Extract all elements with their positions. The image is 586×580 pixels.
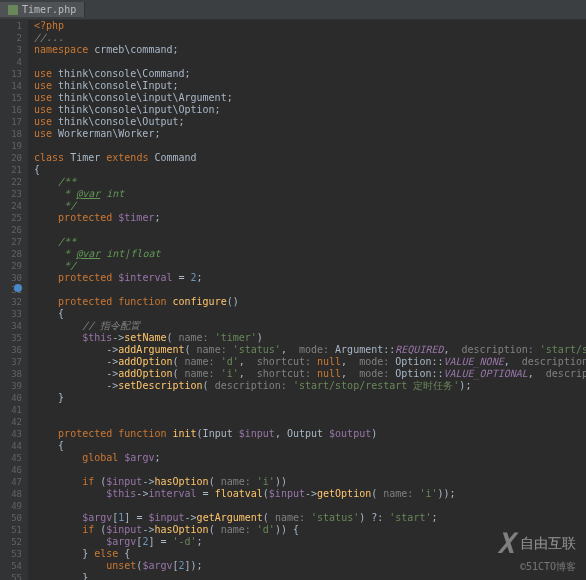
line-number: 38 [0,368,22,380]
line-number: 50 [0,512,22,524]
line-number: 53 [0,548,22,560]
code-line[interactable]: use think\console\Command; [34,68,586,80]
line-number: 19 [0,140,22,152]
file-tab[interactable]: Timer.php [0,2,85,17]
code-line[interactable]: ->addOption( name: 'd', shortcut: null, … [34,356,586,368]
line-number: 40 [0,392,22,404]
line-number: 26 [0,224,22,236]
line-number: 25 [0,212,22,224]
code-line[interactable]: class Timer extends Command [34,152,586,164]
code-editor[interactable]: 1234131415161718192021222324252627282930… [0,20,586,580]
code-line[interactable]: use think\console\Input; [34,80,586,92]
tab-bar: Timer.php [0,0,586,20]
code-line[interactable]: */ [34,200,586,212]
line-number: 2 [0,32,22,44]
line-number: 46 [0,464,22,476]
line-number: 41 [0,404,22,416]
watermark-text: 自由互联 [520,535,576,553]
tab-filename: Timer.php [22,4,76,15]
code-line[interactable]: use think\console\input\Option; [34,104,586,116]
line-number: 48 [0,488,22,500]
line-number: 34 [0,320,22,332]
line-number: 22 [0,176,22,188]
line-number: 43 [0,428,22,440]
line-number: 51 [0,524,22,536]
code-line[interactable]: namespace crmeb\command; [34,44,586,56]
code-line[interactable]: <?php [34,20,586,32]
code-line[interactable]: /** [34,236,586,248]
code-line[interactable]: ->setDescription( description: 'start/st… [34,380,586,392]
line-number: 55 [0,572,22,580]
line-number: 37 [0,356,22,368]
code-line[interactable]: ->addArgument( name: 'status', mode: Arg… [34,344,586,356]
code-line[interactable]: use think\console\input\Argument; [34,92,586,104]
code-line[interactable]: $argv[1] = $input->getArgument( name: 's… [34,512,586,524]
code-line[interactable] [34,464,586,476]
code-line[interactable] [34,404,586,416]
line-number: 15 [0,92,22,104]
line-number: 1 [0,20,22,32]
line-number: 18 [0,128,22,140]
code-line[interactable] [34,140,586,152]
line-number-gutter: 1234131415161718192021222324252627282930… [0,20,28,580]
code-line[interactable] [34,56,586,68]
code-line[interactable]: protected $timer; [34,212,586,224]
code-line[interactable]: unset($argv[2]); [34,560,586,572]
line-number: 35 [0,332,22,344]
watermark-sub: ©51CTO博客 [520,560,576,574]
line-number: 45 [0,452,22,464]
line-number: 16 [0,104,22,116]
breakpoint-marker[interactable] [14,284,22,292]
line-number: 14 [0,80,22,92]
line-number: 30 [0,272,22,284]
code-line[interactable] [34,416,586,428]
line-number: 29 [0,260,22,272]
code-line[interactable] [34,284,586,296]
line-number: 42 [0,416,22,428]
line-number: 3 [0,44,22,56]
code-line[interactable] [34,224,586,236]
code-line[interactable]: } [34,572,586,580]
code-line[interactable]: use think\console\Output; [34,116,586,128]
code-line[interactable]: * @var int|float [34,248,586,260]
watermark: X 自由互联 [497,527,576,560]
line-number: 47 [0,476,22,488]
code-area[interactable]: <?php//...namespace crmeb\command;use th… [28,20,586,580]
code-line[interactable]: protected $interval = 2; [34,272,586,284]
code-line[interactable]: protected function configure() [34,296,586,308]
code-line[interactable]: /** [34,176,586,188]
line-number: 27 [0,236,22,248]
code-line[interactable]: ->addOption( name: 'i', shortcut: null, … [34,368,586,380]
watermark-logo-icon: X [497,527,514,560]
line-number: 28 [0,248,22,260]
code-line[interactable]: { [34,440,586,452]
line-number: 4 [0,56,22,68]
code-line[interactable]: use Workerman\Worker; [34,128,586,140]
code-line[interactable]: } [34,392,586,404]
code-line[interactable]: protected function init(Input $input, Ou… [34,428,586,440]
line-number: 23 [0,188,22,200]
line-number: 36 [0,344,22,356]
code-line[interactable]: */ [34,260,586,272]
code-line[interactable] [34,500,586,512]
line-number: 39 [0,380,22,392]
code-line[interactable]: { [34,164,586,176]
line-number: 17 [0,116,22,128]
line-number: 44 [0,440,22,452]
line-number: 20 [0,152,22,164]
line-number: 32 [0,296,22,308]
line-number: 13 [0,68,22,80]
code-line[interactable]: $this->setName( name: 'timer') [34,332,586,344]
code-line[interactable]: $this->interval = floatval($input->getOp… [34,488,586,500]
code-line[interactable]: // 指令配置 [34,320,586,332]
code-line[interactable]: * @var int [34,188,586,200]
line-number: 24 [0,200,22,212]
php-file-icon [8,5,18,15]
code-line[interactable]: { [34,308,586,320]
code-line[interactable]: global $argv; [34,452,586,464]
line-number: 54 [0,560,22,572]
line-number: 49 [0,500,22,512]
code-line[interactable]: //... [34,32,586,44]
line-number: 52 [0,536,22,548]
code-line[interactable]: if ($input->hasOption( name: 'i')) [34,476,586,488]
